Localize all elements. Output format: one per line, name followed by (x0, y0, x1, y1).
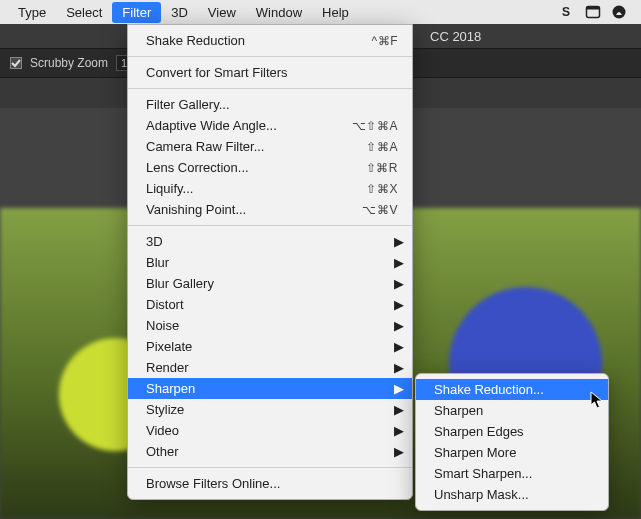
sharpen-submenu-sharpen-edges[interactable]: Sharpen Edges (416, 421, 608, 442)
sharpen-submenu-sharpen-more[interactable]: Sharpen More (416, 442, 608, 463)
submenu-arrow-icon: ▶ (394, 234, 404, 249)
menu-item-label: Distort (146, 297, 398, 312)
submenu-arrow-icon: ▶ (394, 255, 404, 270)
menu-item-label: Adaptive Wide Angle... (146, 118, 312, 133)
menu-item-label: Vanishing Point... (146, 202, 322, 217)
menu-separator (128, 56, 412, 57)
filter-menu-blur[interactable]: Blur▶ (128, 252, 412, 273)
filter-menu-camera-raw[interactable]: Camera Raw Filter...⇧⌘A (128, 136, 412, 157)
menu-item-label: Blur (146, 255, 398, 270)
menu-item-shortcut: ⇧⌘X (366, 182, 398, 196)
filter-menu-video[interactable]: Video▶ (128, 420, 412, 441)
filter-menu-noise[interactable]: Noise▶ (128, 315, 412, 336)
submenu-arrow-icon: ▶ (394, 402, 404, 417)
status-window-icon[interactable] (585, 4, 601, 20)
scrubby-zoom-label: Scrubby Zoom (30, 56, 108, 70)
menu-item-shortcut: ⇧⌘A (366, 140, 398, 154)
filter-menu-liquify[interactable]: Liquify...⇧⌘X (128, 178, 412, 199)
filter-menu-render[interactable]: Render▶ (128, 357, 412, 378)
menu-item-shortcut: ⌥⇧⌘A (352, 119, 398, 133)
filter-menu-stylize[interactable]: Stylize▶ (128, 399, 412, 420)
submenu-arrow-icon: ▶ (394, 297, 404, 312)
menu-item-label: Lens Correction... (146, 160, 326, 175)
sharpen-submenu-unsharp-mask[interactable]: Unsharp Mask... (416, 484, 608, 505)
filter-menu-adaptive-wide-angle[interactable]: Adaptive Wide Angle...⌥⇧⌘A (128, 115, 412, 136)
filter-menu-last[interactable]: Shake Reduction ^⌘F (128, 30, 412, 51)
filter-menu-lens-correction[interactable]: Lens Correction...⇧⌘R (128, 157, 412, 178)
filter-menu: Shake Reduction ^⌘F Convert for Smart Fi… (127, 24, 413, 500)
svg-rect-2 (587, 7, 600, 10)
sharpen-submenu-smart-sharpen[interactable]: Smart Sharpen... (416, 463, 608, 484)
cursor-icon (590, 391, 604, 409)
filter-menu-distort[interactable]: Distort▶ (128, 294, 412, 315)
menubar: Type Select Filter 3D View Window Help S (0, 0, 641, 24)
filter-menu-other[interactable]: Other▶ (128, 441, 412, 462)
menu-item-label: Filter Gallery... (146, 97, 398, 112)
menu-item-label: Liquify... (146, 181, 326, 196)
menubar-item-select[interactable]: Select (56, 2, 112, 23)
menu-separator (128, 225, 412, 226)
menubar-item-filter[interactable]: Filter (112, 2, 161, 23)
status-s-icon[interactable]: S (559, 4, 575, 20)
submenu-arrow-icon: ▶ (394, 339, 404, 354)
submenu-arrow-icon: ▶ (394, 318, 404, 333)
menubar-item-view[interactable]: View (198, 2, 246, 23)
menu-item-label: Stylize (146, 402, 398, 417)
menu-item-shortcut: ⇧⌘R (366, 161, 398, 175)
menu-item-label: Blur Gallery (146, 276, 398, 291)
menu-item-label: Sharpen (434, 403, 594, 418)
filter-menu-browse-online[interactable]: Browse Filters Online... (128, 473, 412, 494)
menu-item-label: Camera Raw Filter... (146, 139, 326, 154)
menu-separator (128, 467, 412, 468)
menu-item-label: Browse Filters Online... (146, 476, 398, 491)
filter-menu-vanishing-point[interactable]: Vanishing Point...⌥⌘V (128, 199, 412, 220)
menu-item-label: Sharpen (146, 381, 398, 396)
submenu-arrow-icon: ▶ (394, 423, 404, 438)
filter-menu-pixelate[interactable]: Pixelate▶ (128, 336, 412, 357)
submenu-arrow-icon: ▶ (394, 381, 404, 396)
svg-text:S: S (562, 5, 570, 19)
sharpen-submenu: Shake Reduction... Sharpen Sharpen Edges… (415, 373, 609, 511)
sharpen-submenu-sharpen[interactable]: Sharpen (416, 400, 608, 421)
menu-item-label: Sharpen More (434, 445, 594, 460)
menu-item-label: Shake Reduction (146, 33, 332, 48)
menu-item-label: Convert for Smart Filters (146, 65, 398, 80)
menubar-item-type[interactable]: Type (8, 2, 56, 23)
menu-item-shortcut: ⌥⌘V (362, 203, 398, 217)
filter-menu-3d[interactable]: 3D▶ (128, 231, 412, 252)
submenu-arrow-icon: ▶ (394, 276, 404, 291)
menu-separator (128, 88, 412, 89)
app-version-label: CC 2018 (430, 29, 481, 44)
menubar-item-window[interactable]: Window (246, 2, 312, 23)
menu-item-shortcut: ^⌘F (372, 34, 398, 48)
menu-item-label: Pixelate (146, 339, 398, 354)
menu-item-label: Unsharp Mask... (434, 487, 594, 502)
menu-item-label: Other (146, 444, 398, 459)
sharpen-submenu-shake-reduction[interactable]: Shake Reduction... (416, 379, 608, 400)
scrubby-zoom-checkbox[interactable] (10, 57, 22, 69)
menu-item-label: Sharpen Edges (434, 424, 594, 439)
menu-item-label: Smart Sharpen... (434, 466, 594, 481)
menu-item-label: Noise (146, 318, 398, 333)
menubar-item-help[interactable]: Help (312, 2, 359, 23)
filter-menu-sharpen[interactable]: Sharpen▶ (128, 378, 412, 399)
menu-item-label: Shake Reduction... (434, 382, 594, 397)
status-app-icon[interactable] (611, 4, 627, 20)
submenu-arrow-icon: ▶ (394, 444, 404, 459)
menu-item-label: 3D (146, 234, 398, 249)
menubar-item-3d[interactable]: 3D (161, 2, 198, 23)
filter-menu-blur-gallery[interactable]: Blur Gallery▶ (128, 273, 412, 294)
menu-item-label: Video (146, 423, 398, 438)
filter-menu-convert-smart[interactable]: Convert for Smart Filters (128, 62, 412, 83)
menu-item-label: Render (146, 360, 398, 375)
filter-menu-filter-gallery[interactable]: Filter Gallery... (128, 94, 412, 115)
submenu-arrow-icon: ▶ (394, 360, 404, 375)
